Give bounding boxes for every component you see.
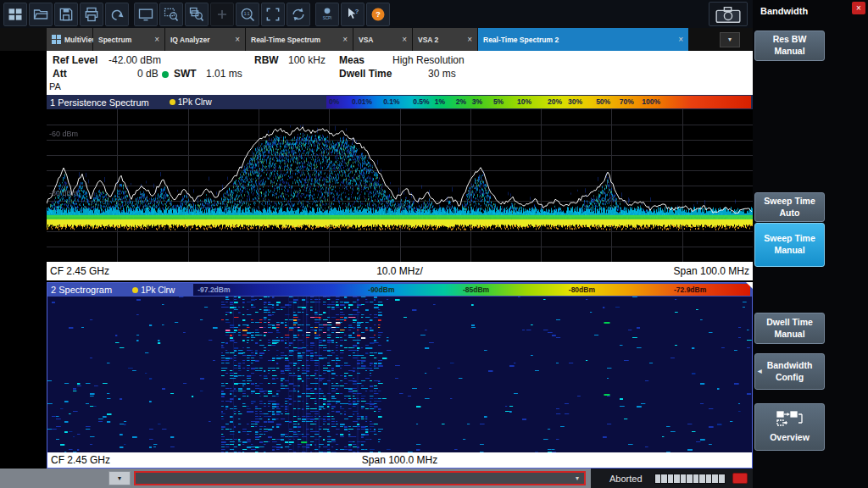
- help-label: ?: [376, 10, 381, 19]
- close-icon[interactable]: ×: [462, 35, 472, 44]
- softkey-sweep-time-auto[interactable]: Sweep Time Auto: [754, 192, 825, 222]
- meas-value[interactable]: High Resolution: [392, 54, 465, 66]
- rbw-label: RBW: [254, 54, 279, 66]
- print-icon[interactable]: [80, 3, 103, 26]
- softkey-label: Overview: [770, 432, 810, 444]
- tab-vsa[interactable]: VSA ×: [353, 28, 412, 51]
- fullscreen-icon[interactable]: [261, 3, 285, 26]
- att-value[interactable]: 0 dB: [137, 68, 159, 80]
- help-pointer-icon[interactable]: ?: [341, 3, 364, 26]
- trace-tag: 1Pk Clrw: [170, 97, 212, 107]
- undo-icon[interactable]: [105, 3, 129, 26]
- status-dropdown-button[interactable]: ▾: [108, 471, 131, 485]
- softkey-label: Sweep Time: [764, 233, 815, 245]
- sweep-status: Aborted: [609, 474, 643, 484]
- windows-icon[interactable]: [3, 3, 27, 26]
- ratio-label: 1:1: [244, 11, 250, 16]
- tab-iq-analyzer[interactable]: IQ Analyzer ×: [165, 28, 245, 51]
- tab-real-time-spectrum[interactable]: Real-Time Spectrum ×: [246, 28, 353, 51]
- remote-command-field[interactable]: ▾: [134, 471, 586, 485]
- open-folder-icon[interactable]: [29, 3, 53, 26]
- trace-label: 1Pk Clrw: [178, 97, 212, 107]
- softkey-dwell-time-manual[interactable]: Dwell Time Manual: [754, 313, 825, 344]
- swt-value[interactable]: 1.01 ms: [206, 68, 242, 80]
- persistence-window-header: 1 Persistence Spectrum 1Pk Clrw 0% 0.01%…: [47, 95, 753, 109]
- softkey-label: Sweep Time: [764, 196, 815, 208]
- close-icon[interactable]: ×: [337, 35, 348, 44]
- add-window-icon[interactable]: [210, 3, 234, 26]
- meas-label: Meas: [339, 54, 364, 66]
- dwell-time-label: Dwell Time: [339, 68, 392, 80]
- display-icon[interactable]: [134, 3, 158, 26]
- per-division: 10.0 MHz/: [47, 265, 753, 277]
- zoom-area-icon[interactable]: [159, 3, 183, 26]
- spectrogram-axis-bar: CF 2.45 GHz Span 100.0 MHz: [47, 452, 752, 468]
- toolbar: 1:1 SCPI ? ?: [0, 0, 753, 28]
- save-icon[interactable]: [54, 3, 78, 26]
- tab-label: Spectrum: [98, 36, 131, 44]
- window-title: 2 Spectrogram: [51, 285, 112, 295]
- help-icon[interactable]: ?: [366, 3, 390, 26]
- chevron-down-icon: ▾: [728, 36, 732, 43]
- swt-label: SWT: [174, 68, 197, 80]
- scale-label: 1%: [435, 97, 445, 106]
- scpi-icon[interactable]: SCPI: [315, 3, 339, 26]
- softkey-bandwidth-config[interactable]: ◀ Bandwidth Config: [754, 353, 825, 390]
- scale-label: -97.2dBm: [198, 286, 230, 294]
- app-root: 1:1 SCPI ? ?: [0, 0, 868, 488]
- close-icon[interactable]: ×: [149, 35, 159, 44]
- scale-label: 20%: [548, 97, 562, 106]
- tab-overflow-button[interactable]: ▾: [720, 32, 740, 47]
- focus-marker: [746, 282, 753, 289]
- softkey-label: Bandwidth: [767, 360, 813, 372]
- scale-label: 0.01%: [352, 97, 372, 106]
- channel-settings-bar: Ref Level -42.00 dBm RBW 100 kHz Meas Hi…: [47, 51, 753, 95]
- persistence-color-scale: 0% 0.01% 0.1% 0.5% 1% 2% 3% 5% 10% 20% 3…: [326, 96, 751, 108]
- trace-tag: 1Pk Clrw: [132, 286, 175, 295]
- softkey-sweep-time-manual[interactable]: Sweep Time Manual: [754, 223, 825, 267]
- tab-real-time-spectrum-2[interactable]: Real-Time Spectrum 2 ×: [478, 28, 688, 51]
- persistence-canvas[interactable]: [47, 109, 753, 262]
- tab-vsa-2[interactable]: VSA 2 ×: [413, 28, 477, 51]
- tab-bar: MultiView Spectrum × IQ Analyzer × Real-…: [0, 28, 753, 51]
- scale-label: 3%: [472, 97, 482, 106]
- close-icon[interactable]: ×: [230, 35, 240, 44]
- status-bar: ▾ ▾ Aborted: [0, 469, 753, 488]
- trace-label: 1Pk Clrw: [141, 286, 175, 295]
- camera-icon[interactable]: [709, 2, 748, 26]
- spectrogram-color-scale: -97.2dBm -90dBm -85dBm -80dBm -72.9dBm: [193, 284, 750, 296]
- close-menu-button[interactable]: ×: [852, 2, 865, 14]
- tab-multiview[interactable]: MultiView: [47, 28, 92, 51]
- status-dot-icon: [162, 71, 169, 78]
- pa-label: PA: [49, 81, 61, 92]
- persistence-graph: -60 dBm -80 dBm: [47, 109, 753, 262]
- y-axis-label: -80 dBm: [49, 189, 78, 197]
- softkey-res-bw-manual[interactable]: Res BW Manual: [754, 30, 825, 61]
- softkey-overview[interactable]: Overview: [754, 403, 825, 451]
- scale-label: 0.5%: [413, 97, 429, 106]
- zoom-multi-icon[interactable]: [185, 3, 209, 26]
- tab-spectrum[interactable]: Spectrum ×: [93, 28, 164, 51]
- persistence-axis-bar: CF 2.45 GHz 10.0 MHz/ Span 100.0 MHz: [47, 262, 753, 280]
- persistence-window: 1 Persistence Spectrum 1Pk Clrw 0% 0.01%…: [47, 95, 753, 280]
- status-bar-right: Aborted: [591, 469, 753, 488]
- chevron-down-icon: ▾: [118, 474, 121, 482]
- error-indicator-icon: [732, 473, 748, 484]
- dwell-time-value[interactable]: 30 ms: [428, 68, 456, 80]
- sweep-refresh-icon[interactable]: [287, 3, 310, 26]
- rbw-value[interactable]: 100 kHz: [288, 54, 326, 66]
- close-icon[interactable]: ×: [397, 35, 407, 44]
- trace-color-dot-icon: [132, 287, 138, 293]
- softkey-label: Manual: [774, 245, 804, 257]
- ref-level-value[interactable]: -42.00 dBm: [108, 54, 161, 66]
- close-icon: ×: [856, 3, 861, 13]
- spectrogram-window: 2 Spectrogram 1Pk Clrw -97.2dBm -90dBm -…: [47, 282, 753, 469]
- zoom-one-to-one-icon[interactable]: 1:1: [236, 3, 259, 26]
- softkey-label: Res BW: [773, 34, 807, 46]
- scale-label: -72.9dBm: [674, 286, 706, 294]
- multiview-grid-icon: [52, 35, 61, 44]
- spectrogram-canvas[interactable]: [47, 297, 752, 452]
- close-icon[interactable]: ×: [673, 35, 683, 44]
- scale-label: -90dBm: [368, 286, 394, 294]
- chevron-down-icon: ▾: [576, 474, 584, 482]
